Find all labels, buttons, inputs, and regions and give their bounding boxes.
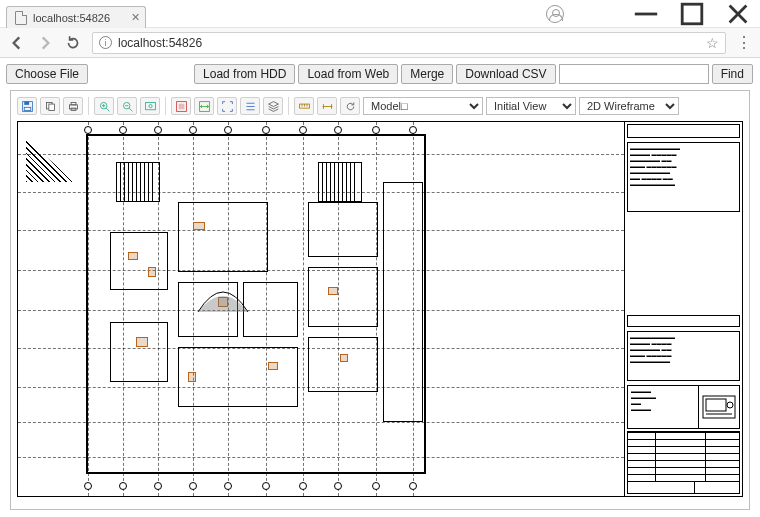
model-space-select[interactable]: Model□ [363,97,483,115]
url-text: localhost:54826 [118,36,202,50]
dimension-icon[interactable] [317,97,337,115]
browser-tab[interactable]: localhost:54826 ✕ [6,6,146,28]
fit-width-icon[interactable] [194,97,214,115]
load-from-web-button[interactable]: Load from Web [298,64,398,84]
zoom-window-icon[interactable] [140,97,160,115]
bookmark-star-icon[interactable]: ☆ [706,35,719,51]
svg-line-13 [106,108,109,111]
choose-file-button[interactable]: Choose File [6,64,88,84]
merge-button[interactable]: Merge [401,64,453,84]
list-view-icon[interactable] [240,97,260,115]
title-block: ▬▬▬▬▬▬▬▬▬▬▬▬▬▬ ▬▬▬▬▬▬▬▬▬▬▬ ▬▬▬▬▬ ▬▬▬▬▬▬▬… [624,122,742,496]
svg-rect-22 [179,104,184,109]
nav-reload-button[interactable] [64,34,82,52]
svg-rect-35 [706,399,726,411]
browser-menu-icon[interactable]: ⋮ [736,33,752,52]
svg-rect-10 [71,102,76,104]
svg-point-36 [727,402,733,408]
page-icon [15,11,27,25]
viewer-toolbar: Model□ Initial View 2D Wireframe [17,97,743,119]
window-close-button[interactable] [724,4,752,24]
address-bar[interactable]: i localhost:54826 ☆ [92,32,726,54]
nav-forward-button[interactable] [36,34,54,52]
copy-icon[interactable] [40,97,60,115]
window-maximize-button[interactable] [678,4,706,24]
svg-rect-8 [48,104,54,111]
nav-back-button[interactable] [8,34,26,52]
browser-address-row: i localhost:54826 ☆ ⋮ [0,28,760,58]
download-csv-button[interactable]: Download CSV [456,64,555,84]
tab-title: localhost:54826 [33,12,110,24]
find-button[interactable]: Find [712,64,753,84]
layers-icon[interactable] [263,97,283,115]
save-icon[interactable] [17,97,37,115]
fit-all-icon[interactable] [171,97,191,115]
tab-close-icon[interactable]: ✕ [131,11,140,24]
site-info-icon[interactable]: i [99,36,112,49]
viewer-panel: Model□ Initial View 2D Wireframe [10,90,750,510]
window-minimize-button[interactable] [632,4,660,24]
svg-point-20 [148,104,151,107]
load-from-hdd-button[interactable]: Load from HDD [194,64,295,84]
measure-icon[interactable] [294,97,314,115]
svg-rect-19 [145,102,155,109]
rotate-icon[interactable] [340,97,360,115]
zoom-in-icon[interactable] [94,97,114,115]
view-select[interactable]: Initial View [486,97,576,115]
user-profile-icon[interactable] [546,5,564,23]
print-icon[interactable] [63,97,83,115]
floor-plan [18,122,624,496]
svg-rect-5 [24,101,29,104]
drawing-canvas[interactable]: ▬▬▬▬▬▬▬▬▬▬▬▬▬▬ ▬▬▬▬▬▬▬▬▬▬▬ ▬▬▬▬▬ ▬▬▬▬▬▬▬… [17,121,743,497]
extents-icon[interactable] [217,97,237,115]
svg-line-17 [129,108,132,111]
svg-rect-1 [682,4,702,24]
app-toolbar: Choose File Load from HDD Load from Web … [4,62,756,90]
zoom-out-icon[interactable] [117,97,137,115]
visual-style-select[interactable]: 2D Wireframe [579,97,679,115]
window-titlebar: localhost:54826 ✕ [0,0,760,28]
find-input[interactable] [559,64,709,84]
svg-rect-6 [24,107,31,110]
